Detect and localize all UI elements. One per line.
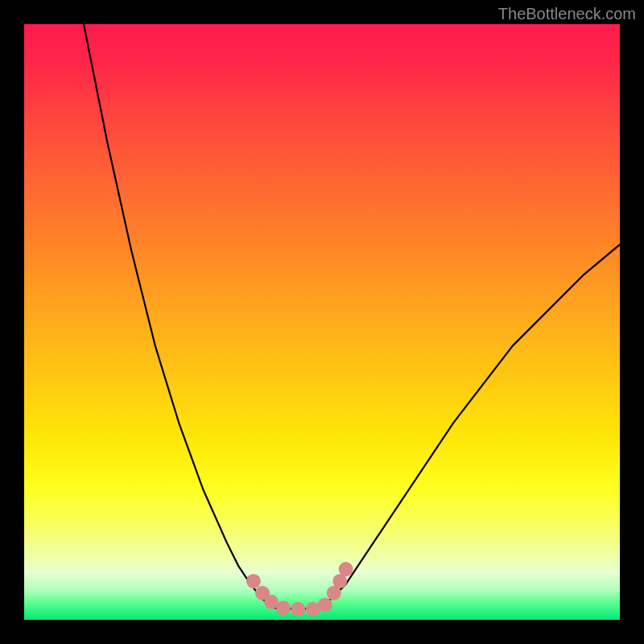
- svg-point-9: [339, 562, 353, 576]
- svg-point-6: [318, 598, 332, 613]
- bottleneck-curve: [84, 24, 620, 609]
- svg-point-4: [291, 602, 305, 617]
- watermark-text: TheBottleneck.com: [498, 5, 636, 23]
- svg-point-3: [276, 601, 291, 615]
- svg-point-2: [264, 595, 279, 609]
- chart-svg: [24, 24, 620, 620]
- svg-point-0: [246, 574, 261, 588]
- highlight-markers: [246, 562, 353, 617]
- svg-point-7: [327, 586, 341, 601]
- svg-point-5: [306, 602, 320, 617]
- chart-gradient-background: [24, 24, 620, 620]
- svg-point-1: [255, 586, 270, 601]
- svg-point-8: [332, 574, 347, 588]
